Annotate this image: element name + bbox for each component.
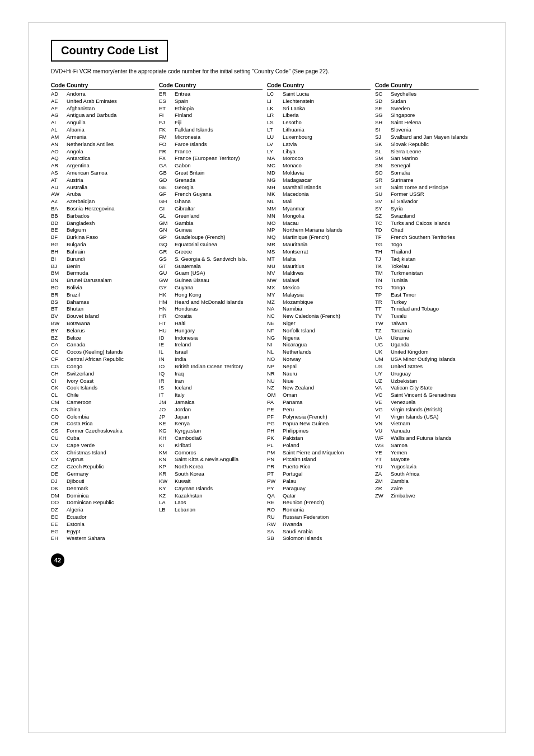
country-name: Heard and McDonald Islands	[175, 299, 263, 306]
table-row: HKHong Kong	[159, 292, 263, 299]
table-row: VGVirgin Islands (British)	[375, 406, 479, 414]
country-name: El Salvador	[391, 198, 479, 205]
country-name: Somalia	[391, 170, 479, 177]
table-row: LBLebanon	[159, 506, 263, 514]
country-code: SY	[375, 205, 391, 213]
country-code: MR	[267, 241, 283, 248]
country-code: TF	[375, 234, 391, 241]
table-row: ADAndorra	[51, 91, 154, 98]
country-code: AG	[51, 112, 67, 119]
country-name: Former USSR	[391, 191, 479, 198]
table-row: TZTanzania	[375, 327, 479, 335]
country-code: NF	[267, 327, 283, 335]
country-code: LC	[267, 91, 283, 98]
country-code: SO	[375, 170, 391, 177]
country-code: SM	[375, 155, 391, 162]
country-name: Former Czechoslovakia	[67, 428, 154, 435]
country-code: CY	[51, 456, 67, 463]
country-name: Puerto Rico	[283, 463, 371, 471]
country-code: LI	[267, 98, 283, 105]
table-row: MNMongolia	[267, 213, 371, 220]
country-code: TM	[375, 270, 391, 277]
table-row: CHSwitzerland	[51, 370, 154, 378]
table-row: CSFormer Czechoslovakia	[51, 428, 154, 435]
table-row: RURussian Federation	[267, 514, 371, 521]
country-code: IO	[159, 363, 175, 370]
table-row: PEPeru	[267, 406, 371, 414]
country-name: Ukraine	[391, 335, 479, 342]
country-code: MW	[267, 277, 283, 284]
table-row: BIBurundi	[51, 256, 154, 263]
country-code: BA	[51, 205, 67, 213]
country-name: Liberia	[283, 112, 371, 119]
col-header-1: CodeCountry	[159, 82, 263, 90]
country-code: MU	[267, 263, 283, 270]
country-code: NI	[267, 341, 283, 349]
country-code: TW	[375, 320, 391, 327]
table-row: UYUruguay	[375, 370, 479, 378]
table-row: KNSaint Kitts & Nevis Anguilla	[159, 456, 263, 463]
table-row: KHCambodia6	[159, 435, 263, 442]
country-name: Morocco	[283, 155, 371, 162]
country-code: DM	[51, 492, 67, 500]
country-code: SG	[375, 112, 391, 119]
table-row: WFWallis and Futuna Islands	[375, 435, 479, 442]
country-name: Spain	[175, 98, 263, 105]
country-name: Kazakhstan	[175, 492, 263, 500]
country-name: S. Georgia & S. Sandwich Isls.	[175, 256, 263, 263]
table-row: UZUzbekistan	[375, 378, 479, 385]
country-name: Croatia	[175, 313, 263, 320]
country-code: AS	[51, 170, 67, 177]
country-name: Japan	[175, 414, 263, 421]
table-row: CFCentral African Republic	[51, 356, 154, 363]
country-code: FM	[159, 134, 175, 141]
column-1: CodeCountryEREritreaESSpainETEthiopiaFIF…	[159, 82, 267, 514]
country-code: SB	[267, 535, 283, 542]
table-row: TJTadjikistan	[375, 256, 479, 263]
table-row: NCNew Caledonia (French)	[267, 313, 371, 320]
country-name: Czech Republic	[67, 463, 154, 471]
country-code: UA	[375, 335, 391, 342]
country-name: Martinique (French)	[283, 234, 371, 241]
country-code: SA	[267, 528, 283, 536]
table-row: NENiger	[267, 320, 371, 327]
country-name: Aruba	[67, 191, 154, 198]
country-name: Saudi Arabia	[283, 528, 371, 536]
country-name: Haiti	[175, 320, 263, 327]
table-row: ECEcuador	[51, 514, 154, 521]
table-row: ASAmerican Samoa	[51, 170, 154, 177]
country-name: Papua New Guinea	[283, 420, 371, 428]
country-name: Netherlands	[283, 349, 371, 356]
country-name: Rwanda	[283, 521, 371, 528]
table-row: BABosnia-Herzegovina	[51, 205, 154, 213]
country-code: JM	[159, 399, 175, 406]
country-code: SN	[375, 162, 391, 170]
country-code: IT	[159, 392, 175, 399]
country-code: EE	[51, 521, 67, 528]
country-code: CM	[51, 399, 67, 406]
country-name: Namibia	[283, 306, 371, 313]
country-name: Uruguay	[391, 370, 479, 378]
country-code: YU	[375, 463, 391, 471]
table-row: TMTurkmenistan	[375, 270, 479, 277]
country-name: Myanmar	[283, 205, 371, 213]
table-row: LSLesotho	[267, 119, 371, 126]
table-row: FRFrance	[159, 148, 263, 156]
country-name: Burundi	[67, 256, 154, 263]
country-code: NE	[267, 320, 283, 327]
table-row: CYCyprus	[51, 456, 154, 463]
country-name: Reunion (French)	[283, 499, 371, 506]
country-code: AR	[51, 162, 67, 170]
country-name: Libya	[283, 148, 371, 156]
country-code: GB	[159, 170, 175, 177]
country-name: Nauru	[283, 370, 371, 378]
country-name: Dominican Republic	[67, 499, 154, 506]
table-row: NINicaragua	[267, 341, 371, 349]
table-row: KMComoros	[159, 449, 263, 457]
table-row: DZAlgeria	[51, 506, 154, 514]
table-row: TRTurkey	[375, 299, 479, 306]
country-code: KM	[159, 449, 175, 457]
country-name: Svalbard and Jan Mayen Islands	[391, 134, 479, 141]
table-row: OMOman	[267, 392, 371, 399]
table-row: HMHeard and McDonald Islands	[159, 299, 263, 306]
